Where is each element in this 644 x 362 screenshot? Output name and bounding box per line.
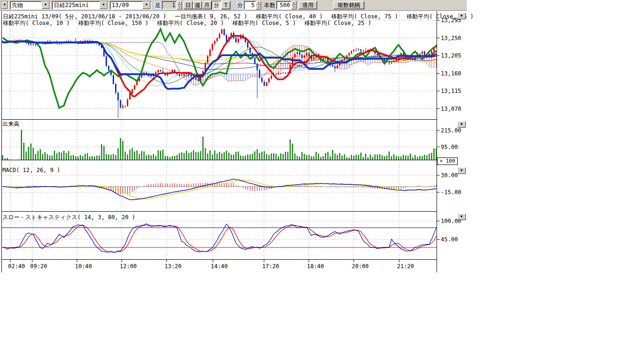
volume-tick-label: 215.00 [441, 127, 461, 134]
spin-up-icon[interactable]: ▲ [177, 1, 182, 5]
period-button-2[interactable]: 月 [202, 1, 212, 9]
stoch-tick-label: 45.00 [441, 236, 458, 243]
time-tick-label: 14:40 [209, 263, 230, 270]
legend-item: 移動平均( Close, 20 ) [157, 20, 224, 26]
bars-count-spinner[interactable]: ▲ ▼ [291, 1, 297, 9]
volume-panel-label: 出来高 [2, 120, 19, 128]
minute-value-input[interactable]: 5 ▲ ▼ [244, 1, 261, 9]
price-panel-menu-button[interactable]: ▼ [457, 13, 466, 19]
contract-month-dropdown-arrow-icon[interactable]: ▼ [142, 1, 150, 9]
time-tick-label: 10:40 [73, 263, 94, 270]
mini-dropdown-arrow-icon[interactable]: ▼ [1, 1, 8, 9]
price-tick-label: 13,115 [441, 88, 461, 94]
chart-canvas [0, 0, 471, 283]
time-tick-label: 20:00 [350, 263, 371, 270]
minute-value[interactable]: 5 [244, 1, 256, 9]
ashi-count-value[interactable]: 1 [162, 1, 177, 9]
legend-item: 移動平均( Close, 10 ) [3, 20, 70, 26]
bars-count-value[interactable]: 500 [276, 1, 291, 9]
period-button-0[interactable]: 日 [183, 1, 193, 9]
toolbar: ▼ 先物 ▼ 日経225mini ▼ 13/09 ▼ 足 1 ▲ ▼ 日週月分T… [0, 0, 467, 11]
spin-up-icon[interactable]: ▲ [291, 1, 297, 5]
time-tick-label: 12:00 [118, 263, 139, 270]
apply-button[interactable]: 適用 [298, 1, 317, 9]
minute-label: 分 [236, 1, 244, 9]
legend-item: 移動平均( Close, 40 ) [256, 13, 323, 20]
legend-item: 日経225mini 13/09( 5分, 2013/06/18 - 2013/0… [3, 13, 166, 20]
period-button-1[interactable]: 週 [193, 1, 202, 9]
legend-item: 移動平均( Close, 75 ) [331, 13, 398, 20]
legend-item: 移動平均( Close, 25 ) [305, 20, 372, 26]
price-tick-label: 13,250 [441, 35, 461, 41]
category-dropdown-value: 先物 [10, 1, 41, 9]
time-tick-label: 09:20 [28, 263, 49, 270]
legend-item: 一目均衡表( 9, 26, 52 ) [175, 13, 248, 20]
ashi-count-input[interactable]: 1 ▲ ▼ [162, 1, 182, 9]
chart-area: 日経225mini 13/09( 5分, 2013/06/18 - 2013/0… [0, 0, 519, 362]
bars-count-input[interactable]: 500 ▲ ▼ [276, 1, 297, 9]
bars-count-label: 本数 [263, 1, 276, 9]
legend-item: 移動平均( Close, 5 ) [232, 20, 296, 26]
contract-month-dropdown[interactable]: 13/09 ▼ [110, 1, 151, 9]
volume-tick-label: 95.00 [441, 144, 458, 150]
macd-panel-menu-button[interactable]: ▼ [457, 167, 466, 174]
symbol-dropdown-arrow-icon[interactable]: ▼ [99, 1, 107, 9]
ashi-label: 足 [154, 1, 162, 9]
mini-dropdown[interactable]: ▼ [1, 1, 8, 9]
time-tick-label: 13:20 [163, 263, 183, 270]
macd-tick-label: -15.00 [441, 189, 461, 196]
spin-up-icon[interactable]: ▲ [256, 1, 261, 5]
price-tick-label: 13,070 [441, 106, 461, 112]
spin-down-icon[interactable]: ▼ [177, 5, 182, 9]
chart-legend-line2: 移動平均( Close, 10 )移動平均( Close, 150 )移動平均(… [3, 19, 380, 27]
ashi-count-spinner[interactable]: ▲ ▼ [177, 1, 182, 9]
legend-item: 移動平均( Close, 150 ) [78, 20, 149, 26]
category-dropdown[interactable]: 先物 ▼ [10, 1, 50, 9]
time-tick-label: 02:40 [6, 263, 27, 270]
category-dropdown-arrow-icon[interactable]: ▼ [41, 1, 50, 9]
stoch-panel-menu-button[interactable]: ▼ [457, 214, 466, 220]
period-button-3[interactable]: 分 [212, 1, 221, 9]
multi-symbol-button[interactable]: 複数銘柄 [333, 1, 364, 9]
period-button-4[interactable]: T [221, 1, 231, 9]
volume-panel-menu-button[interactable]: ▼ [457, 121, 466, 128]
macd-panel-label: MACD( 12, 26, 9 ) [2, 167, 60, 173]
macd-tick-label: 30.00 [441, 172, 458, 179]
trading-app-window: ▼ 先物 ▼ 日経225mini ▼ 13/09 ▼ 足 1 ▲ ▼ 日週月分T… [0, 0, 644, 362]
spin-down-icon[interactable]: ▼ [291, 5, 297, 9]
time-tick-label: 21:20 [395, 263, 416, 270]
spin-down-icon[interactable]: ▼ [256, 5, 261, 9]
volume-multiplier-badge: × 100 [437, 157, 458, 165]
symbol-dropdown-value: 日経225mini [52, 1, 99, 9]
time-tick-label: 18:40 [305, 263, 326, 270]
stoch-panel-label: スロー・ストキャスティクス( 14, 3, 80, 20 ) [2, 214, 135, 222]
time-tick-label: 17:20 [260, 263, 281, 270]
price-tick-label: 13,160 [441, 70, 461, 77]
minute-spinner[interactable]: ▲ ▼ [256, 1, 261, 9]
symbol-dropdown[interactable]: 日経225mini ▼ [52, 1, 108, 9]
price-tick-label: 13,205 [441, 52, 461, 59]
contract-month-dropdown-value: 13/09 [110, 2, 142, 8]
